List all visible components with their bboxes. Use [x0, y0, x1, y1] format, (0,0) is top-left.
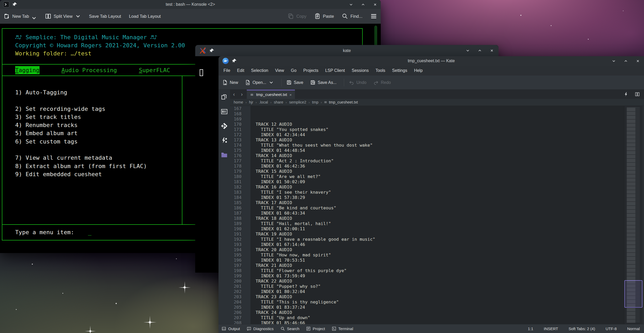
hamburger-menu-button[interactable] [370, 13, 377, 20]
panel-search-button[interactable]: Search [281, 326, 300, 331]
status-tab-mode[interactable]: Soft Tabs: 2 (4) [569, 326, 595, 331]
code-line: TRACK 15 AUDIO [250, 169, 624, 174]
kate-titlebar[interactable]: tmp_cuesheet.txt — Kate [219, 56, 644, 66]
git-icon[interactable] [221, 123, 228, 129]
status-cursor-position[interactable]: 1:1 [528, 326, 533, 331]
breadcrumb-segment[interactable]: .local [259, 100, 268, 104]
status-input-mode[interactable]: INSERT [544, 326, 558, 331]
save-button[interactable]: Save [286, 80, 303, 85]
save-label: Save [294, 80, 303, 85]
minimize-button[interactable] [465, 48, 470, 53]
code-line: TITLE "Are we all met?" [250, 174, 624, 179]
minimap-viewport[interactable] [624, 280, 642, 308]
minimize-button[interactable] [348, 2, 354, 7]
tui-menu-item [15, 96, 182, 105]
menu-item[interactable]: Help [411, 66, 426, 76]
menu-item[interactable]: File [220, 66, 234, 76]
search-icon [342, 13, 348, 19]
code-line: INDEX 01 46:42:36 [250, 164, 624, 169]
split-editor-icon[interactable] [635, 92, 640, 97]
nested-x-titlebar[interactable]: kate [195, 45, 499, 56]
konsole-titlebar[interactable]: test : bash — Konsole <2> [0, 0, 381, 9]
panel-diagnostics-button[interactable]: Diagnostics [247, 326, 274, 331]
breadcrumb-file[interactable]: tmp_cuesheet.txt [324, 100, 358, 104]
tui-tab-audio-processing[interactable]: Audio Processing [61, 66, 117, 74]
new-file-button[interactable]: New [222, 80, 238, 85]
pin-icon[interactable] [13, 2, 17, 7]
maximize-button[interactable] [623, 58, 628, 64]
panel-output-button[interactable]: Output [222, 326, 240, 331]
breadcrumb-segment[interactable]: share [273, 100, 284, 104]
minimap-scrollbar[interactable] [624, 106, 642, 324]
paste-button[interactable]: Paste [314, 13, 334, 19]
panel-search-label: Search [287, 326, 300, 331]
code-view[interactable]: TRACK 12 AUDIO TITLE "You spotted snakes… [250, 106, 624, 324]
find-button[interactable]: Find... [342, 13, 362, 19]
pin-icon[interactable] [210, 48, 214, 53]
panel-project-button[interactable]: Project [306, 326, 325, 331]
line-number: 167 [230, 106, 242, 111]
menu-item[interactable]: View [272, 66, 287, 76]
line-number: 179 [230, 169, 242, 174]
tui-tab-superflac[interactable]: SuperFLAC [139, 66, 170, 74]
quick-open-bolt-icon[interactable] [624, 92, 629, 97]
toolbar-separator [344, 79, 344, 87]
nav-back-button[interactable]: ‹ [230, 90, 238, 99]
copy-button[interactable]: Copy [288, 13, 306, 19]
undo-button[interactable]: Undo [349, 80, 366, 85]
close-button[interactable] [489, 48, 494, 53]
new-tab-label: New Tab [12, 14, 29, 19]
close-button[interactable] [372, 2, 378, 7]
line-number: 192 [230, 237, 242, 242]
breadcrumb-segment[interactable]: tmp [312, 100, 319, 104]
tui-menu-item: 8) Extract album art (from first FLAC) [15, 162, 182, 170]
nested-x-window-title: kate [195, 48, 499, 53]
open-file-button[interactable]: Open... [245, 80, 274, 85]
undo-label: Undo [356, 80, 366, 85]
save-tab-layout-button[interactable]: Save Tab Layout [89, 14, 121, 19]
nav-forward-button[interactable]: › [238, 90, 246, 99]
breadcrumb-segment[interactable]: home [233, 100, 244, 104]
filesystem-folder-icon[interactable] [221, 151, 228, 158]
tui-tab-tagging[interactable]: Tagging [15, 66, 40, 74]
status-highlight-mode[interactable]: Normal [627, 326, 640, 331]
lsp-symbols-icon[interactable] [221, 137, 228, 144]
menu-item[interactable]: Edit [234, 66, 248, 76]
save-as-button[interactable]: Save As... [310, 80, 337, 85]
line-number-gutter[interactable]: 1671681691701711721731741751761771781791… [230, 106, 250, 324]
maximize-button[interactable] [477, 48, 482, 53]
status-encoding[interactable]: UTF-8 [606, 326, 617, 331]
minimize-button[interactable] [611, 58, 616, 64]
split-view-button[interactable]: Split View [45, 13, 81, 19]
tui-menu-item: 3) Set track titles [15, 113, 182, 121]
pin-icon[interactable] [232, 59, 237, 63]
line-number: 194 [230, 247, 242, 252]
maximize-button[interactable] [360, 2, 366, 7]
star [32, 263, 33, 265]
menu-item[interactable]: Go [288, 66, 300, 76]
menu-item[interactable]: Selection [248, 66, 272, 76]
breadcrumb-separator: › [284, 100, 289, 104]
menu-item[interactable]: Projects [300, 66, 322, 76]
close-button[interactable] [635, 58, 640, 64]
new-tab-button[interactable]: New Tab [4, 13, 37, 19]
kate-toolbar: New Open... Save Save As... Undo [219, 76, 644, 90]
menu-item[interactable]: LSP Client [322, 66, 348, 76]
breadcrumb-segment[interactable]: semplice2 [289, 100, 307, 104]
menu-item[interactable]: Sessions [348, 66, 372, 76]
tab-tmp-cuesheet[interactable]: tmp_cuesheet.txt × [247, 90, 295, 99]
documents-icon[interactable] [221, 94, 228, 101]
load-tab-layout-button[interactable]: Load Tab Layout [129, 14, 161, 19]
tab-close-icon[interactable]: × [289, 93, 292, 97]
star [148, 321, 152, 324]
symbol-outline-icon[interactable] [221, 108, 228, 115]
breadcrumb-segment[interactable]: hjr [249, 100, 254, 104]
menu-item[interactable]: Tools [372, 66, 389, 76]
panel-terminal-button[interactable]: Terminal [332, 326, 353, 331]
tui-menu-item: 6) Set custom tags [15, 137, 182, 146]
menu-item[interactable]: Settings [389, 66, 411, 76]
code-line: TRACK 19 AUDIO [250, 232, 624, 237]
line-number: 182 [230, 185, 242, 190]
undo-icon [349, 80, 354, 85]
redo-button[interactable]: Redo [373, 80, 391, 85]
